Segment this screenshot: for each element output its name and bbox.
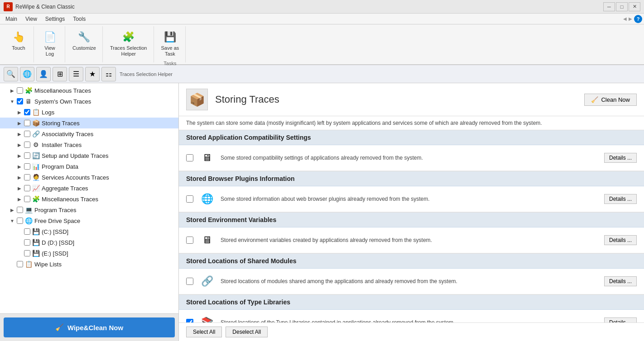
expand-misc-inner-icon[interactable]: ▶ <box>16 196 23 202</box>
sidebar-item-services-accounts[interactable]: ▶ 🧑‍💼 Services Accounts Traces <box>0 172 178 183</box>
toolbar-group-viewlog: 📄 ViewLog <box>35 26 65 62</box>
view-log-label: ViewLog <box>44 45 55 57</box>
sidebar-item-wipe-lists[interactable]: 📋 Wipe Lists <box>0 259 178 270</box>
checkbox-program-data[interactable] <box>24 163 30 170</box>
expand-systems-icon[interactable]: ▼ <box>9 98 15 104</box>
services-accounts-icon: 🧑‍💼 <box>32 173 40 181</box>
checkbox-app-compat[interactable] <box>186 154 193 161</box>
sidebar-item-associativity-traces[interactable]: ▶ 🔗 Associativity Traces <box>0 128 178 139</box>
wipe-clean-now-button[interactable]: 🧹 Wipe&Clean Now <box>4 317 175 337</box>
checkbox-program-traces[interactable] <box>17 207 23 213</box>
clean-now-button[interactable]: 🧹 Clean Now <box>584 94 637 106</box>
checkbox-aggregate[interactable] <box>24 185 30 191</box>
details-btn-browser-plugins[interactable]: Details ... <box>604 194 637 204</box>
expand-logs-icon[interactable]: ▶ <box>16 109 23 115</box>
checkbox-drive-d[interactable] <box>24 239 30 246</box>
checkbox-type-libraries[interactable] <box>186 319 193 322</box>
checkbox-env-variables[interactable] <box>186 237 193 244</box>
touch-button[interactable]: 👆 Touch <box>7 28 30 53</box>
details-btn-env-vars[interactable]: Details ... <box>604 235 637 245</box>
checkbox-drive-c[interactable] <box>24 228 30 235</box>
sidebar-item-program-data[interactable]: ▶ 📊 Program Data <box>0 161 178 172</box>
expand-assoc-icon[interactable]: ▶ <box>16 131 23 137</box>
nav-right-arrow[interactable]: ▶ <box>629 16 632 21</box>
sidebar-item-installer-traces[interactable]: ▶ ⚙ Installer Traces <box>0 139 178 150</box>
customize-button[interactable]: 🔧 Customize <box>70 28 99 53</box>
menu-main[interactable]: Main <box>2 15 21 23</box>
checkbox-services-accounts[interactable] <box>24 174 30 180</box>
item-env-variables: 🖥 Stored environment variables created b… <box>179 227 644 253</box>
sidebar-item-setup-update-traces[interactable]: ▶ 🔄 Setup and Update Traces <box>0 150 178 161</box>
toolbar2-grid-btn[interactable]: ⚏ <box>101 67 116 81</box>
sidebar-item-systems-own-traces[interactable]: ▼ 🖥 System's Own Traces <box>0 96 178 107</box>
details-btn-type-libs[interactable]: Details ... <box>604 317 637 322</box>
checkbox-associativity[interactable] <box>24 131 30 137</box>
toolbar2: 🔍 🌐 👤 ⊞ ☰ ★ ⚏ Traces Selection Helper <box>0 65 644 83</box>
misc-inner-label: Miscellaneous Traces <box>42 196 177 203</box>
free-drive-icon: 🌐 <box>24 217 33 225</box>
checkbox-misc-inner[interactable] <box>24 196 30 202</box>
toolbar2-search-btn[interactable]: 🔍 <box>4 67 18 81</box>
item-type-lib-text: Stored locations of the Type Libraries c… <box>221 319 599 322</box>
checkbox-storing-traces[interactable] <box>24 120 30 126</box>
expand-storing-icon[interactable]: ▶ <box>16 120 23 126</box>
details-btn-shared-modules[interactable]: Details ... <box>604 276 637 286</box>
select-all-button[interactable]: Select All <box>186 327 222 337</box>
menu-tools[interactable]: Tools <box>69 15 89 23</box>
checkbox-drive-e[interactable] <box>24 250 30 256</box>
sidebar-item-drive-e[interactable]: 💾 (E:) [SSD] <box>0 248 178 259</box>
toolbar2-windows-btn[interactable]: ⊞ <box>53 67 67 81</box>
menu-settings[interactable]: Settings <box>42 15 68 23</box>
sidebar-item-logs[interactable]: ▶ 📋 Logs <box>0 107 178 118</box>
checkbox-systems-own[interactable] <box>17 98 23 104</box>
minimize-button[interactable]: ─ <box>603 2 615 11</box>
checkbox-browser-plugins[interactable] <box>186 195 193 203</box>
free-drive-label: Free Drive Space <box>34 218 177 224</box>
sidebar-bottom: 🧹 Wipe&Clean Now <box>0 313 178 341</box>
sidebar-item-program-traces[interactable]: ▶ 💻 Program Traces <box>0 204 178 215</box>
toolbar2-star-btn[interactable]: ★ <box>85 67 100 81</box>
checkbox-wipe-lists[interactable] <box>17 261 23 267</box>
checkbox-installer[interactable] <box>24 142 30 148</box>
checkbox-setup-update[interactable] <box>24 152 30 159</box>
sidebar-item-misc-inner[interactable]: ▶ 🧩 Miscellaneous Traces <box>0 194 178 204</box>
save-as-task-button[interactable]: 💾 Save asTask <box>159 28 182 59</box>
checkbox-miscellaneous-top[interactable] <box>17 87 23 94</box>
section-env-variables: Stored Environment Variables 🖥 Stored en… <box>179 213 644 254</box>
sidebar-item-aggregate-traces[interactable]: ▶ 📈 Aggregate Traces <box>0 183 178 194</box>
help-button[interactable]: ? <box>634 15 642 23</box>
expand-aggregate-icon[interactable]: ▶ <box>16 185 23 191</box>
expand-free-drive-icon[interactable]: ▼ <box>9 218 15 224</box>
details-btn-app-compat[interactable]: Details ... <box>604 153 637 163</box>
expand-setup-icon[interactable]: ▶ <box>16 152 23 159</box>
menu-view[interactable]: View <box>22 15 41 23</box>
toolbar2-globe-btn[interactable]: 🌐 <box>20 67 34 81</box>
program-data-label: Program Data <box>42 163 177 170</box>
sidebar-item-miscellaneous-top[interactable]: ▶ 🧩 Miscellaneous Traces <box>0 85 178 96</box>
checkbox-logs[interactable] <box>24 109 30 115</box>
expand-icon[interactable]: ▶ <box>9 87 15 94</box>
toolbar2-user-btn[interactable]: 👤 <box>36 67 51 81</box>
expand-services-icon[interactable]: ▶ <box>16 174 23 180</box>
sidebar-item-drive-c[interactable]: 💾 (C:) [SSD] <box>0 226 178 237</box>
checkbox-shared-modules[interactable] <box>186 278 193 285</box>
drive-e-label: (E:) [SSD] <box>42 250 177 257</box>
sidebar-item-drive-d[interactable]: 💾 D (D:) [SSD] <box>0 237 178 248</box>
sidebar-item-free-drive-space[interactable]: ▼ 🌐 Free Drive Space <box>0 215 178 226</box>
section-header-app-compat: Stored Application Compatibility Setting… <box>179 130 644 145</box>
drive-e-icon: 💾 <box>32 249 40 257</box>
close-button[interactable]: ✕ <box>629 2 640 11</box>
item-app-compat-icon: 🖥 <box>199 150 215 166</box>
traces-selection-helper-button[interactable]: 🧩 Traces SelectionHelper <box>107 28 150 59</box>
expand-installer-icon[interactable]: ▶ <box>16 142 23 148</box>
title-bar: R ReWipe & Clean Classic ─ □ ✕ <box>0 0 644 14</box>
sidebar-item-storing-traces[interactable]: ▶ 📦 Storing Traces <box>0 118 178 128</box>
expand-program-traces-icon[interactable]: ▶ <box>9 207 15 213</box>
maximize-button[interactable]: □ <box>616 2 628 11</box>
expand-program-data-icon[interactable]: ▶ <box>16 163 23 170</box>
toolbar2-list-btn[interactable]: ☰ <box>69 67 83 81</box>
view-log-button[interactable]: 📄 ViewLog <box>38 28 61 59</box>
deselect-all-button[interactable]: Deselect All <box>226 327 268 337</box>
nav-left-arrow[interactable]: ◀ <box>623 16 627 21</box>
checkbox-free-drive-space[interactable] <box>17 218 23 224</box>
